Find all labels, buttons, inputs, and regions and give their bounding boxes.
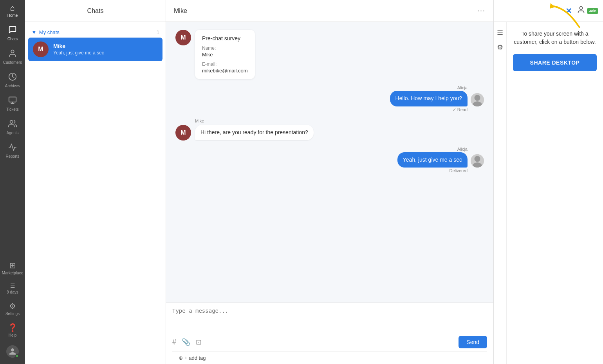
- right-panel-main: To share your screen with a customer, cl…: [507, 22, 603, 364]
- outgoing-message-2: Alicja Yeah, just give me a sec Delivere…: [175, 147, 484, 173]
- help-icon: ❓: [8, 324, 18, 332]
- outgoing-row-1: Hello. How may I help you?: [390, 91, 484, 106]
- customers-icon: [8, 49, 17, 59]
- add-tag[interactable]: ⊕ + add tag: [172, 351, 487, 364]
- chats-panel-title: Chats: [87, 7, 104, 14]
- chats-icon: [8, 25, 17, 35]
- chat-header-actions: ···: [477, 7, 486, 15]
- gear-icon[interactable]: ⚙: [497, 43, 503, 52]
- outgoing-row-2: Yeah, just give me a sec: [397, 152, 484, 168]
- input-toolbar: # 📎 ⊡ Send: [172, 333, 487, 351]
- more-options-icon[interactable]: ···: [477, 7, 486, 15]
- screen-share-tool[interactable]: ⊡: [196, 338, 202, 346]
- sidebar-label-home: Home: [7, 13, 18, 18]
- share-desktop-button[interactable]: SHARE DESKTOP: [513, 54, 597, 71]
- send-button[interactable]: Send: [459, 336, 487, 348]
- reports-icon: [8, 143, 17, 153]
- alicja-avatar-1: [471, 93, 484, 106]
- add-tag-label: + add tag: [184, 355, 206, 361]
- svg-point-0: [11, 50, 14, 53]
- input-area: # 📎 ⊡ Send ⊕ + add tag: [166, 303, 493, 364]
- tickets-icon: [8, 96, 17, 106]
- chevron-down-icon: ▼: [31, 29, 37, 35]
- sidebar-label-tickets: Tickets: [6, 107, 18, 112]
- my-chats-label: My chats: [39, 29, 60, 35]
- svg-rect-2: [9, 97, 16, 102]
- home-icon: ⌂: [10, 4, 15, 12]
- add-tag-plus: ⊕: [179, 355, 183, 361]
- chat-preview: Yeah, just give me a sec: [53, 50, 158, 56]
- sidebar-item-archives[interactable]: Archives: [0, 68, 25, 92]
- sidebar-label-marketplace: Marketplace: [2, 271, 23, 275]
- sidebar-item-customers[interactable]: Customers: [0, 45, 25, 68]
- sidebar-item-user-avatar[interactable]: [0, 341, 25, 364]
- right-panel-tools: ☰ ⚙: [494, 22, 507, 364]
- sidebar-label-archives: Archives: [5, 84, 20, 88]
- my-chats-section: ▼ My chats 1 M Mike Yeah, just give me a…: [25, 22, 166, 66]
- mike-avatar-survey: M: [175, 30, 191, 45]
- sidebar-item-settings[interactable]: ⚙ Settings: [0, 298, 25, 320]
- sidebar-item-marketplace[interactable]: ⊞ Marketplace: [0, 258, 25, 279]
- sidebar-item-reports[interactable]: Reports: [0, 139, 25, 162]
- right-panel: ✕ Join ☰ ⚙ To share your screen with a c…: [493, 0, 603, 364]
- sidebar-item-help[interactable]: ❓ Help: [0, 320, 25, 341]
- sidebar-item-home[interactable]: ⌂ Home: [0, 0, 25, 22]
- message-input[interactable]: [172, 308, 487, 331]
- sidebar-item-agents[interactable]: Agents: [0, 115, 25, 139]
- sidebar-item-9days[interactable]: ☰ 9 days: [0, 279, 25, 298]
- join-badge: Join: [587, 8, 598, 14]
- hashtag-tool[interactable]: #: [172, 338, 176, 346]
- read-status: ✓ Read: [453, 107, 468, 112]
- svg-point-10: [475, 156, 480, 162]
- hamburger-icon[interactable]: ☰: [497, 28, 503, 37]
- days-icon: ☰: [10, 283, 15, 288]
- outgoing-message-1: Alicja Hello. How may I help you? ✓ Read: [175, 85, 484, 112]
- survey-email-value: mikebike@mail.com: [202, 68, 248, 74]
- agents-icon: [8, 119, 17, 129]
- right-panel-header: ✕ Join: [494, 0, 603, 22]
- chat-title: Mike: [174, 7, 187, 14]
- delivered-status: Delivered: [450, 168, 468, 173]
- survey-email-label: E-mail:: [202, 61, 248, 67]
- marketplace-icon: ⊞: [9, 261, 16, 269]
- main-chat: Mike ··· M Pre-chat survey Name: Mike E-…: [166, 0, 493, 364]
- messages-area: M Pre-chat survey Name: Mike E-mail: mik…: [166, 22, 493, 303]
- survey-message: M Pre-chat survey Name: Mike E-mail: mik…: [175, 30, 484, 79]
- survey-name-label: Name:: [202, 45, 248, 51]
- incoming-row-1: M Hi there, are you ready for the presen…: [175, 125, 484, 141]
- survey-bubble: Pre-chat survey Name: Mike E-mail: mikeb…: [195, 30, 255, 79]
- alicja-avatar-2: [471, 154, 484, 168]
- chat-header: Mike ···: [166, 0, 493, 22]
- sidebar-label-help: Help: [9, 333, 17, 337]
- sidebar-label-settings: Settings: [5, 312, 20, 316]
- chat-name: Mike: [53, 43, 158, 49]
- bubble-hello: Hello. How may I help you?: [390, 91, 468, 106]
- survey-title: Pre-chat survey: [202, 35, 248, 41]
- sidebar-item-tickets[interactable]: Tickets: [0, 92, 25, 115]
- close-button[interactable]: ✕: [565, 6, 572, 16]
- svg-point-7: [475, 95, 480, 101]
- sidebar-label-customers: Customers: [3, 60, 22, 65]
- sender-alicja-2: Alicja: [457, 147, 484, 151]
- sidebar-label-agents: Agents: [6, 131, 18, 135]
- chat-list-panel: Chats ▼ My chats 1 M Mike Yeah, just giv…: [25, 0, 166, 364]
- chat-list-header: Chats: [25, 0, 166, 22]
- share-description: To share your screen with a customer, cl…: [513, 30, 597, 46]
- my-chats-header: ▼ My chats 1: [28, 27, 162, 38]
- sidebar: ⌂ Home Chats Customers Archives Tickets …: [0, 0, 25, 364]
- chat-list-item[interactable]: M Mike Yeah, just give me a sec: [28, 38, 162, 61]
- sender-alicja-1: Alicja: [457, 85, 484, 90]
- chat-avatar: M: [33, 41, 49, 57]
- mike-avatar-1: M: [175, 125, 191, 141]
- settings-icon: ⚙: [9, 302, 16, 310]
- bubble-yeah: Yeah, just give me a sec: [397, 152, 468, 168]
- archives-icon: [8, 72, 17, 82]
- sidebar-item-chats[interactable]: Chats: [0, 22, 25, 45]
- input-tools: # 📎 ⊡: [172, 338, 202, 346]
- user-icon[interactable]: [577, 5, 585, 16]
- incoming-message-1: Mike M Hi there, are you ready for the p…: [175, 119, 484, 141]
- svg-marker-13: [550, 3, 555, 9]
- my-chats-left: ▼ My chats: [31, 29, 60, 35]
- attachment-tool[interactable]: 📎: [182, 338, 190, 346]
- svg-point-12: [580, 7, 583, 9]
